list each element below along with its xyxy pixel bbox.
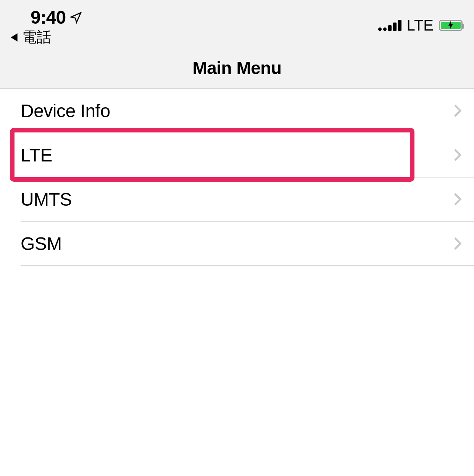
status-header: 9:40 LTE xyxy=(0,0,474,89)
back-to-app-button[interactable]: 電話 xyxy=(10,27,51,47)
menu-item-label: LTE xyxy=(21,145,52,166)
back-arrow-icon xyxy=(10,32,18,42)
battery-icon xyxy=(439,20,463,31)
main-menu-list: Device Info LTE UMTS GSM xyxy=(0,89,474,266)
chevron-right-icon xyxy=(453,147,463,163)
location-icon xyxy=(69,11,82,24)
network-type-label: LTE xyxy=(407,17,434,34)
menu-item-label: GSM xyxy=(21,233,62,254)
chevron-right-icon xyxy=(453,236,463,251)
cellular-signal-icon xyxy=(378,20,401,31)
back-app-label: 電話 xyxy=(22,27,51,47)
chevron-right-icon xyxy=(453,192,463,207)
menu-item-umts[interactable]: UMTS xyxy=(0,177,474,221)
chevron-right-icon xyxy=(453,103,463,118)
menu-item-gsm[interactable]: GSM xyxy=(0,221,474,266)
menu-item-lte[interactable]: LTE xyxy=(0,133,474,177)
status-right-cluster: LTE xyxy=(378,17,463,34)
menu-item-label: UMTS xyxy=(21,189,72,210)
menu-item-device-info[interactable]: Device Info xyxy=(0,89,474,133)
menu-item-label: Device Info xyxy=(21,100,110,121)
status-time: 9:40 xyxy=(31,7,66,28)
page-title: Main Menu xyxy=(0,58,474,78)
